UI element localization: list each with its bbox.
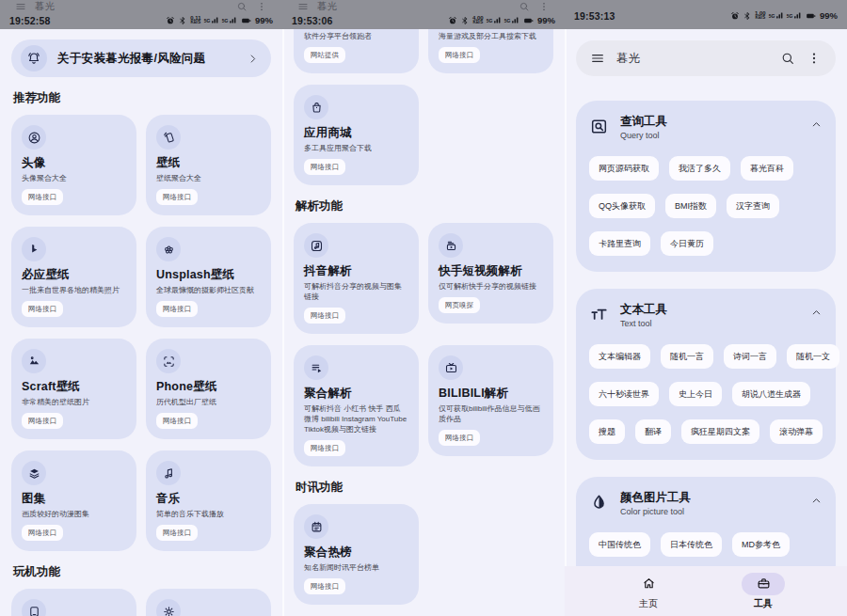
tool-chip[interactable]: 网页源码获取 xyxy=(589,156,659,181)
collapse-button[interactable] xyxy=(810,118,823,131)
menu-icon[interactable] xyxy=(297,1,309,12)
card-subtitle: 可解析抖音 小红书 快手 西瓜 微博 bilibili Instagram Yo… xyxy=(304,403,408,434)
feature-card[interactable]: 快手短视频解析仅可解析快手分享的视频链接网页嗅探 xyxy=(428,223,553,324)
card-title: 应用商城 xyxy=(304,126,408,140)
card-badge: 网络接口 xyxy=(439,430,480,446)
search-icon xyxy=(780,51,795,66)
signal-icon xyxy=(211,16,219,24)
clock: 19:53:13 xyxy=(574,10,615,22)
feature-card[interactable]: 图集画质较好的动漫图集网络接口 xyxy=(11,450,136,551)
battery-percent: 99% xyxy=(537,15,555,25)
tool-card: 文本工具Text tool文本编辑器随机一言诗词一言随机一文六十秒读世界史上今日… xyxy=(576,289,836,460)
toolbox-icon xyxy=(756,576,772,592)
tool-card-subtitle: Color picture tool xyxy=(620,507,691,516)
tool-chip[interactable]: 文本编辑器 xyxy=(589,344,650,369)
nav-item-home[interactable]: 主页 xyxy=(591,566,706,616)
overflow-menu-icon[interactable] xyxy=(807,51,822,66)
dots-icon xyxy=(807,51,822,66)
bluetooth-icon xyxy=(460,16,470,25)
feature-card[interactable]: 抖音解析可解析抖音分享的视频与图集链接网络接口 xyxy=(294,223,419,334)
feature-card[interactable] xyxy=(11,589,136,616)
device-icon xyxy=(27,605,41,616)
tool-chip[interactable]: BMI指数 xyxy=(665,194,716,218)
layers-icon xyxy=(27,466,41,481)
feature-card[interactable]: Scraft壁纸非常精美的壁纸图片网络接口 xyxy=(11,339,136,439)
kuaishou-icon xyxy=(444,239,458,253)
dots-icon xyxy=(256,1,267,12)
search-icon[interactable] xyxy=(519,1,530,12)
feature-card[interactable]: 壁纸壁纸聚合大全网络接口 xyxy=(146,115,271,215)
feature-card[interactable]: 应用商城多工具应用聚合下载网络接口 xyxy=(294,85,419,185)
tool-chip[interactable]: 胡说八道生成器 xyxy=(732,382,810,406)
card-subtitle: 简单的音乐下载播放 xyxy=(156,509,261,519)
menu-icon xyxy=(590,51,605,66)
overflow-menu-icon[interactable] xyxy=(256,1,267,12)
toolbox-icon xyxy=(756,576,772,592)
tool-chip[interactable]: 今日黄历 xyxy=(661,231,713,256)
notice-banner[interactable]: 关于安装暮光报毒/风险问题 xyxy=(11,39,271,77)
bottom-nav: 主页 工具 xyxy=(565,566,847,616)
section-header: 玩机功能 xyxy=(13,564,269,580)
douyin-note-icon xyxy=(310,239,324,253)
feature-card[interactable]: Phone壁纸历代机型出厂壁纸网络接口 xyxy=(146,339,271,439)
tool-chip[interactable]: 卡路里查询 xyxy=(589,231,650,256)
card-badge: 网络接口 xyxy=(439,47,480,63)
feature-card[interactable]: 聚合解析可解析抖音 小红书 快手 西瓜 微博 bilibili Instagra… xyxy=(294,345,419,466)
tool-chip[interactable]: 滚动弹幕 xyxy=(770,419,823,444)
tool-chip[interactable]: MD参考色 xyxy=(732,532,790,557)
menu-icon[interactable] xyxy=(590,51,605,66)
nav-item-tools[interactable]: 工具 xyxy=(706,566,821,616)
bell-icon xyxy=(21,45,47,71)
menu-icon[interactable] xyxy=(15,1,26,12)
card-badge: 网络接口 xyxy=(22,189,63,205)
card-badge: 网络接口 xyxy=(156,525,198,541)
feature-card[interactable]: 音乐简单的音乐下载播放网络接口 xyxy=(146,450,271,551)
overflow-menu-icon[interactable] xyxy=(538,1,550,12)
card-subtitle: 一批来自世界各地的精美照片 xyxy=(22,285,126,295)
collapse-button[interactable] xyxy=(810,307,823,319)
battery-percent: 99% xyxy=(255,15,273,25)
search-icon[interactable] xyxy=(236,1,248,12)
feature-card[interactable]: BILIBILI解析仅可获取bilibili作品信息与低画质作品网络接口 xyxy=(428,345,553,456)
tool-chip[interactable]: 六十秒读世界 xyxy=(589,382,659,406)
feature-card[interactable]: 必应壁纸一批来自世界各地的精美照片网络接口 xyxy=(11,227,136,327)
card-subtitle: 多工具应用聚合下载 xyxy=(304,143,408,153)
search-icon[interactable] xyxy=(780,51,795,66)
card-grid: 聚合热榜知名新闻时讯平台榜单网络接口 xyxy=(294,504,553,605)
card-title: 快手短视频解析 xyxy=(439,264,543,278)
card-badge: 网络接口 xyxy=(22,413,63,429)
photo-frame-icon xyxy=(162,355,176,369)
tool-chip[interactable]: 疯狂星期四文案 xyxy=(681,419,759,444)
chevron-right-icon xyxy=(247,53,259,65)
tool-card-title: 查询工具 xyxy=(620,115,667,129)
card-badge: 网络接口 xyxy=(304,440,345,456)
tool-chip[interactable]: 日本传统色 xyxy=(661,532,722,557)
feature-card[interactable]: 聚合热榜知名新闻时讯平台榜单网络接口 xyxy=(294,504,419,605)
tool-chip[interactable]: 我活了多久 xyxy=(669,156,730,181)
card-title: 音乐 xyxy=(156,492,261,506)
tool-chip[interactable]: QQ头像获取 xyxy=(589,194,655,218)
signal-sim2: 5G xyxy=(222,16,237,24)
app-title: 暮光 xyxy=(35,0,55,12)
tool-chip[interactable]: 随机一言 xyxy=(661,344,713,369)
signal-sim2: 5G xyxy=(787,11,802,20)
tool-chip[interactable]: 史上今日 xyxy=(669,382,722,406)
tool-chip[interactable]: 汉字查询 xyxy=(727,194,779,218)
feature-card[interactable]: Unsplash壁纸全球最慷慨的摄影师社区贡献网络接口 xyxy=(146,227,271,327)
feature-card[interactable]: 头像头像聚合大全网络接口 xyxy=(11,115,136,215)
signal-sim1: 5G xyxy=(487,16,502,24)
card-badge: 网络接口 xyxy=(22,301,63,317)
section-header: 解析功能 xyxy=(296,198,551,214)
status-icons: 4.00KB/S5G5G99% xyxy=(448,15,555,25)
tool-chip[interactable]: 诗词一言 xyxy=(724,344,776,369)
card-badge: 网络接口 xyxy=(304,159,345,175)
tool-chip[interactable]: 中国传统色 xyxy=(589,532,650,557)
tool-chip[interactable]: 翻译 xyxy=(635,419,671,444)
feature-card[interactable] xyxy=(146,589,271,616)
chevron-right-icon xyxy=(247,53,259,65)
card-grid: 应用商城多工具应用聚合下载网络接口 xyxy=(294,85,553,185)
collapse-button[interactable] xyxy=(810,495,823,507)
tool-chip[interactable]: 随机一文 xyxy=(787,344,839,369)
tool-chip[interactable]: 暮光百科 xyxy=(741,156,793,181)
tool-chip[interactable]: 搜题 xyxy=(589,419,625,444)
